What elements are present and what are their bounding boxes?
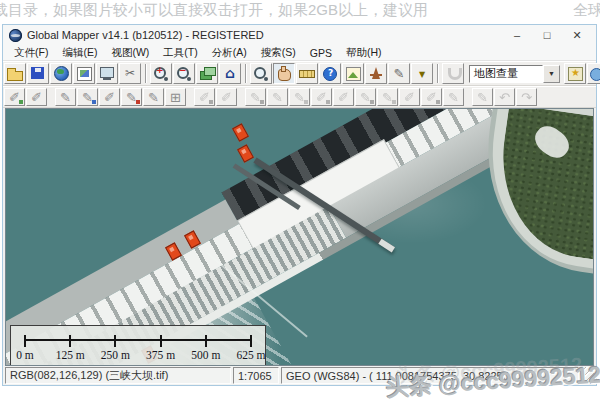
digitizer-draw-circle[interactable]: ✐: [99, 88, 120, 106]
digitizer-draw-area[interactable]: ✐: [4, 88, 25, 106]
hand-icon: [275, 66, 293, 81]
menu-item-label: 分析(A): [212, 46, 247, 58]
digitizer-redo[interactable]: ↷: [516, 88, 537, 106]
measure-edit-icon: ✎: [445, 90, 463, 105]
redo-icon: ↷: [518, 90, 536, 105]
digitizer-paint-tool[interactable]: ✐: [399, 88, 420, 106]
menu-analysis[interactable]: 分析(A): [205, 45, 254, 60]
scale-label: 375 m: [146, 349, 175, 361]
zoom-out-button[interactable]: [173, 63, 195, 84]
scale-tick: [114, 335, 116, 347]
app-globe-icon: [9, 29, 22, 42]
digitizer-edit-feature[interactable]: ✎: [245, 88, 266, 106]
path-profile-button[interactable]: [342, 63, 364, 84]
digitizer-erase-tool[interactable]: ✐: [421, 88, 442, 106]
scale-label: 0 m: [16, 349, 34, 361]
digitizer-split-line[interactable]: ✎: [267, 88, 288, 106]
gantry-crane: [237, 144, 254, 162]
digitizer-draw-range-ring[interactable]: ✎: [121, 88, 142, 106]
measure-tool-button[interactable]: [296, 63, 318, 84]
menu-search[interactable]: 搜索(S): [254, 45, 303, 60]
window-controls: – □ ✕: [502, 25, 592, 45]
overlay-control-center-button[interactable]: [73, 63, 95, 84]
menu-tools[interactable]: 工具(T): [156, 45, 204, 60]
digitizer-tool-button[interactable]: [388, 63, 410, 84]
pencil-circle-icon: ✐: [101, 90, 119, 105]
split-icon: ✎: [269, 90, 287, 105]
minimize-button[interactable]: –: [502, 25, 532, 45]
undo-icon: ↶: [496, 90, 514, 105]
catalog-star-icon: [566, 66, 584, 81]
cut-area-icon: ✎: [379, 90, 397, 105]
zoom-in-button[interactable]: [150, 63, 172, 84]
menu-file[interactable]: 文件(F): [7, 45, 55, 60]
toolbar-separator: [145, 64, 147, 83]
digitizer-join-lines[interactable]: ✎: [289, 88, 310, 106]
configuration-button[interactable]: [96, 63, 118, 84]
map-select-value[interactable]: 地图查量: [469, 65, 543, 83]
map-catalog-button[interactable]: [564, 63, 586, 84]
viewshed-tool-button[interactable]: [365, 63, 387, 84]
map-canvas[interactable]: 0 m125 m250 m375 m500 m625 m: [5, 108, 594, 366]
global-mapper-window: Global Mapper v14.1 (b120512) - REGISTER…: [2, 24, 597, 386]
snap-toggle-button[interactable]: [442, 63, 464, 84]
pan-tool-button[interactable]: [273, 63, 295, 84]
chevron-down-icon: [413, 66, 431, 81]
tower-icon: [367, 66, 385, 81]
menu-gps[interactable]: GPS: [303, 45, 339, 60]
menu-help[interactable]: 帮助(H): [339, 45, 389, 60]
vertex-move-icon: ✐: [196, 90, 214, 105]
scale-labels: 0 m125 m250 m375 m500 m625 m: [11, 349, 265, 365]
digitizer-draw-rectangle[interactable]: ✎: [77, 88, 98, 106]
full-view-button[interactable]: [196, 63, 218, 84]
digitizer-buffer-tool[interactable]: ✐: [311, 88, 332, 106]
menu-bar: 文件(F) 编辑(E) 视图(W) 工具(T) 分析(A) 搜索(S) GPS …: [3, 45, 596, 61]
paint-icon: ✐: [401, 90, 419, 105]
digitizer-snap-tool[interactable]: ✎: [472, 88, 493, 106]
combo-dropdown-button[interactable]: ▼: [543, 65, 560, 83]
more-tools-dropdown[interactable]: [411, 63, 433, 84]
scale-tick: [160, 335, 162, 347]
digitizer-grid-tool[interactable]: ⊞: [165, 88, 186, 106]
digitizer-draw-point[interactable]: ✎: [55, 88, 76, 106]
zoom-tool-button[interactable]: [250, 63, 272, 84]
close-button[interactable]: ✕: [562, 25, 592, 45]
page: { "banner": { "left_text": "载目录，如果图片较小可以…: [0, 0, 600, 400]
digitizer-draw-line[interactable]: ✐: [26, 88, 47, 106]
feature-info-tool-button[interactable]: [319, 63, 341, 84]
combine-icon: ✎: [357, 90, 375, 105]
magnifier-icon: [252, 66, 270, 81]
open-online-data-button[interactable]: [50, 63, 72, 84]
map-select-combo: 地图查量 ▼: [469, 65, 560, 83]
buffer-icon: ✐: [313, 90, 331, 105]
home-view-button[interactable]: [219, 63, 241, 84]
maximize-button[interactable]: □: [532, 25, 562, 45]
digitizer-move-vertex[interactable]: ✐: [194, 88, 215, 106]
menu-view[interactable]: 视图(W): [104, 45, 156, 60]
menu-item-label: GPS: [310, 47, 332, 59]
pencil-ring-icon: ✎: [123, 90, 141, 105]
tools-toolbar-group: [250, 63, 434, 84]
menu-edit[interactable]: 编辑(E): [55, 45, 104, 60]
scale-tick: [250, 335, 252, 347]
digitizer-undo[interactable]: ↶: [494, 88, 515, 106]
digitizer-combine-areas[interactable]: ✎: [355, 88, 376, 106]
menu-item-label: 编辑(E): [62, 46, 97, 58]
digitizer-add-vertex[interactable]: ✐: [216, 88, 237, 106]
save-icon: [29, 66, 47, 81]
scale-tick: [205, 335, 207, 347]
digitizer-draw-freehand[interactable]: ✎: [143, 88, 164, 106]
open-file-button[interactable]: [4, 63, 26, 84]
digitizer-cut-area[interactable]: ✎: [377, 88, 398, 106]
toolbar-separator: [437, 64, 439, 83]
digitizer-measure-edit[interactable]: ✎: [443, 88, 464, 106]
digitizer-crop-tool[interactable]: ✐: [333, 88, 354, 106]
save-workspace-button[interactable]: [27, 63, 49, 84]
tools-button[interactable]: [119, 63, 141, 84]
menu-item-label: 文件(F): [14, 46, 48, 58]
globe-icon: [52, 66, 70, 81]
scale-line: [25, 339, 251, 341]
menu-item-label: 视图(W): [111, 46, 149, 58]
toolbar-separator: [245, 64, 247, 83]
download-online-maps-button[interactable]: [587, 63, 600, 84]
